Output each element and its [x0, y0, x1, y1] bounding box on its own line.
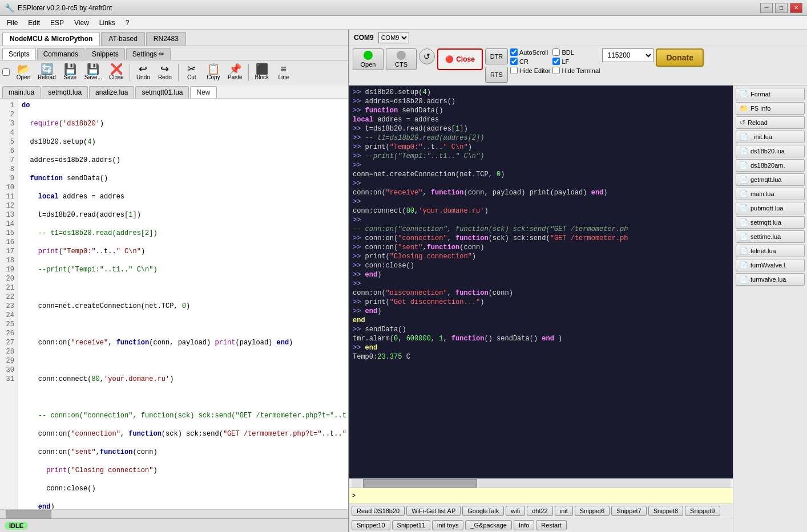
save-button[interactable]: 💾 Save: [60, 62, 80, 82]
reload-button[interactable]: 🔄 Reload: [35, 62, 59, 82]
sidebar-turnwvalve-btn[interactable]: 📄 turnWvalve.l.: [736, 259, 805, 271]
close-device-button[interactable]: 🔴 Close: [437, 48, 483, 70]
snippet-10[interactable]: Snippet10: [352, 520, 390, 530]
snippet-info[interactable]: Info: [514, 520, 534, 530]
snippet-read-ds18b20[interactable]: Read DS18b20: [352, 506, 405, 516]
menu-help[interactable]: ?: [121, 18, 134, 28]
sidebar-setmqtt-btn[interactable]: 📄 setmqtt.lua: [736, 216, 805, 229]
open-btn-label: Open: [361, 61, 376, 68]
reload-device-button[interactable]: ↺: [419, 48, 435, 64]
lf-checkbox[interactable]: [552, 58, 560, 65]
copy-button[interactable]: 📋 Copy: [203, 62, 224, 82]
hide-editor-checkbox[interactable]: [510, 67, 518, 74]
sidebar-settime-btn[interactable]: 📄 settime.lua: [736, 230, 805, 243]
sidebar-fsinfo-btn[interactable]: 📁 FS Info: [736, 102, 805, 115]
baud-rate-select[interactable]: 115200 9600 57600: [602, 48, 653, 62]
close-file-button[interactable]: ❌ Close: [106, 62, 127, 82]
tab-settings[interactable]: Settings ✏: [126, 48, 171, 60]
app-icon: 🔧: [5, 3, 14, 13]
bdl-row: BDL: [552, 48, 600, 56]
code-editor[interactable]: do require('ds18b20') ds18b20.setup(4) a…: [18, 99, 348, 509]
maximize-button[interactable]: □: [775, 3, 788, 13]
ds18b20am-icon: 📄: [740, 161, 748, 169]
autoscroll-checkbox[interactable]: [510, 48, 518, 56]
sidebar-main-btn[interactable]: 📄 main.lua: [736, 188, 805, 200]
menu-view[interactable]: View: [70, 18, 94, 28]
paste-button[interactable]: 📌 Paste: [225, 62, 245, 82]
snippet-init[interactable]: init: [555, 506, 573, 516]
sidebar-format-btn[interactable]: 📄 Format: [736, 88, 805, 100]
tab-scripts[interactable]: Scripts: [2, 48, 36, 60]
line-label: Line: [278, 74, 289, 80]
file-tab-new[interactable]: New: [190, 86, 216, 98]
getmqtt-icon: 📄: [740, 176, 748, 184]
turnvalve-icon: 📄: [740, 275, 748, 283]
menu-links[interactable]: Links: [95, 18, 120, 28]
select-all-checkbox[interactable]: [2, 68, 10, 76]
menu-esp[interactable]: ESP: [46, 18, 68, 28]
cut-button[interactable]: ✂ Cut: [181, 62, 202, 82]
tab-nodemcu[interactable]: NodeMCU & MicroPython: [2, 32, 100, 46]
snippet-restart[interactable]: Restart: [536, 520, 566, 530]
main-icon: 📄: [740, 190, 748, 198]
snippet-wifi-get-list[interactable]: WiFi-Get list AP: [406, 506, 461, 516]
cr-row: CR: [510, 58, 550, 65]
snippet-8[interactable]: Snippet8: [648, 506, 683, 516]
format-icon: 📄: [740, 90, 748, 98]
menu-edit[interactable]: Edit: [23, 18, 45, 28]
snippet-dht22[interactable]: dht22: [527, 506, 553, 516]
snippet-9[interactable]: Snippet9: [685, 506, 720, 516]
file-tab-main[interactable]: main.lua: [2, 86, 41, 98]
horizontal-scrollbar[interactable]: [0, 509, 348, 518]
tab-snippets[interactable]: Snippets: [86, 48, 125, 60]
sidebar-ds18b20am-btn[interactable]: 📄 ds18b20am.: [736, 159, 805, 172]
sidebar-turnvalve-btn[interactable]: 📄 turnvalve.lua: [736, 273, 805, 286]
close-label: Close: [109, 74, 124, 80]
terminal-input[interactable]: [358, 492, 731, 500]
line-button[interactable]: ≡ Line: [273, 62, 294, 82]
dtr-button[interactable]: DTR: [485, 48, 508, 64]
lf-row: LF: [552, 58, 600, 65]
tab-at-based[interactable]: AT-based: [101, 32, 144, 46]
snippet-7[interactable]: Snippet7: [611, 506, 646, 516]
cts-button[interactable]: CTS: [386, 48, 417, 70]
close-button[interactable]: ✕: [790, 3, 802, 13]
redo-button[interactable]: ↪ Redo: [155, 62, 175, 82]
sidebar-getmqtt-btn[interactable]: 📄 getmqtt.lua: [736, 173, 805, 186]
file-tab-analize[interactable]: analize.lua: [89, 86, 134, 98]
snippet-11[interactable]: Snippet11: [392, 520, 431, 530]
snippet-6[interactable]: Snippet6: [575, 506, 610, 516]
sidebar-init-lua-btn[interactable]: 📄 _init.lua: [736, 131, 805, 143]
terminal-scrollbar[interactable]: [349, 478, 733, 488]
com-port-select[interactable]: COM9: [378, 32, 409, 43]
sidebar-reload-btn[interactable]: ↺ Reload: [736, 116, 805, 129]
hide-terminal-checkbox[interactable]: [552, 67, 560, 74]
undo-button[interactable]: ↩ Undo: [133, 62, 154, 82]
file-tab-setmqtt01[interactable]: setmqtt01.lua: [135, 86, 189, 98]
donate-button[interactable]: Donate: [656, 48, 703, 67]
snippet-g-package[interactable]: _G&package: [465, 520, 512, 530]
rts-button[interactable]: RTS: [485, 67, 508, 83]
sidebar-pubmqtt-btn[interactable]: 📄 pubmqtt.lua: [736, 202, 805, 214]
tab-commands[interactable]: Commands: [37, 48, 84, 60]
terminal-output: >> ds18b20.setup(4) >> addres=ds18b20.ad…: [349, 86, 733, 478]
sidebar-ds18b20-btn[interactable]: 📄 ds18b20.lua: [736, 145, 805, 157]
snippet-init-toys[interactable]: init toys: [432, 520, 463, 530]
tab-rn2483[interactable]: RN2483: [146, 32, 186, 46]
snippet-wifi[interactable]: wifi: [506, 506, 525, 516]
term-scroll-thumb[interactable]: [363, 479, 477, 488]
open-button[interactable]: 📂 Open: [13, 62, 34, 82]
minimize-button[interactable]: ─: [760, 3, 773, 13]
sidebar-telnet-btn[interactable]: 📄 telnet.lua: [736, 245, 805, 257]
autoscroll-row: AutoScroll: [510, 48, 550, 56]
paste-icon: 📌: [229, 64, 241, 74]
save-as-button[interactable]: 💾 Save...: [82, 62, 105, 82]
bdl-checkbox[interactable]: [552, 48, 560, 56]
block-button[interactable]: ⬛ Block: [252, 62, 272, 82]
file-tab-setmqtt[interactable]: setmqtt.lua: [42, 86, 88, 98]
scroll-thumb[interactable]: [6, 510, 51, 518]
menu-file[interactable]: File: [2, 18, 22, 28]
open-device-button[interactable]: Open: [353, 48, 384, 70]
cr-checkbox[interactable]: [510, 58, 518, 65]
snippet-googletalk[interactable]: GoogleTalk: [462, 506, 504, 516]
